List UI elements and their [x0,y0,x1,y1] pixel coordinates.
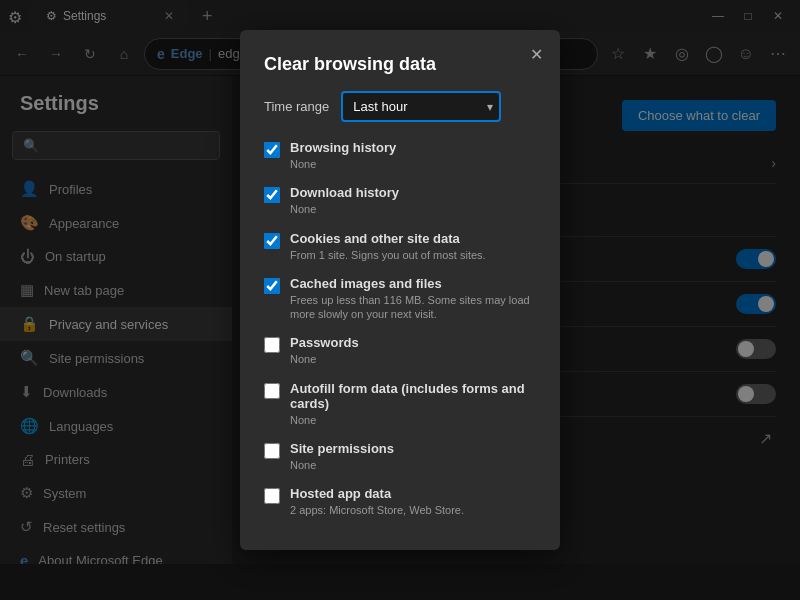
cb-label-autofill: Autofill form data (includes forms and c… [290,381,536,411]
cb-desc-site-permissions: None [290,458,394,472]
clear-browsing-data-modal: Clear browsing data ✕ Time range Last ho… [240,76,560,550]
checkbox-browsing-history-input[interactable] [264,142,280,158]
checkbox-cached-input[interactable] [264,278,280,294]
checkbox-passwords: Passwords None [264,335,536,366]
cb-desc-cookies: From 1 site. Signs you out of most sites… [290,248,486,262]
checkbox-browsing-history-content: Browsing history None [290,140,396,171]
checkbox-autofill-content: Autofill form data (includes forms and c… [290,381,536,427]
cb-label-hosted-app: Hosted app data [290,486,464,501]
cb-label-passwords: Passwords [290,335,359,350]
cb-label-site-permissions: Site permissions [290,441,394,456]
checkbox-browsing-history: Browsing history None [264,140,536,171]
checkbox-cookies: Cookies and other site data From 1 site.… [264,231,536,262]
checkbox-download-history-content: Download history None [290,185,399,216]
time-range-label: Time range [264,99,329,114]
checkbox-autofill: Autofill form data (includes forms and c… [264,381,536,427]
modal-footer: Clear now Cancel [264,538,536,550]
cb-desc-autofill: None [290,413,536,427]
checkbox-passwords-input[interactable] [264,337,280,353]
checkbox-cached-content: Cached images and files Frees up less th… [290,276,536,322]
checkbox-passwords-content: Passwords None [290,335,359,366]
time-range-select[interactable]: Last hour Last 24 hours Last 7 days Last… [341,91,501,122]
cb-label-browsing-history: Browsing history [290,140,396,155]
checkbox-cookies-content: Cookies and other site data From 1 site.… [290,231,486,262]
cb-desc-passwords: None [290,352,359,366]
checkbox-hosted-app: Hosted app data 2 apps: Microsoft Store,… [264,486,536,517]
cb-label-cookies: Cookies and other site data [290,231,486,246]
checkbox-site-permissions-input[interactable] [264,443,280,459]
cb-desc-hosted-app: 2 apps: Microsoft Store, Web Store. [290,503,464,517]
checkbox-cached: Cached images and files Frees up less th… [264,276,536,322]
checkbox-site-permissions-content: Site permissions None [290,441,394,472]
checkbox-site-permissions: Site permissions None [264,441,536,472]
checkbox-download-history: Download history None [264,185,536,216]
checkbox-autofill-input[interactable] [264,383,280,399]
time-range-row: Time range Last hour Last 24 hours Last … [264,91,536,122]
cb-desc-cached: Frees up less than 116 MB. Some sites ma… [290,293,536,322]
cb-label-cached: Cached images and files [290,276,536,291]
checkbox-hosted-app-content: Hosted app data 2 apps: Microsoft Store,… [290,486,464,517]
checkbox-cookies-input[interactable] [264,233,280,249]
cb-desc-download-history: None [290,202,399,216]
main-content: Settings 🔍 👤 Profiles 🎨 Appearance ⏻ On … [0,76,800,564]
modal-overlay: Clear browsing data ✕ Time range Last ho… [0,76,800,564]
checkbox-hosted-app-input[interactable] [264,488,280,504]
time-range-select-wrapper: Last hour Last 24 hours Last 7 days Last… [341,91,501,122]
cb-desc-browsing-history: None [290,157,396,171]
cb-label-download-history: Download history [290,185,399,200]
checkbox-download-history-input[interactable] [264,187,280,203]
